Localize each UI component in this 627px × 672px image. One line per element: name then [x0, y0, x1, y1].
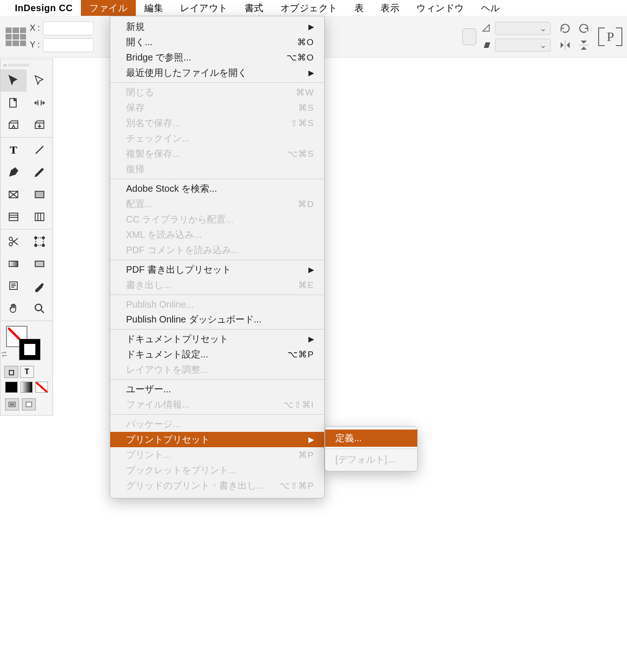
character-panel-icon[interactable]: P — [607, 29, 614, 44]
svg-point-30 — [35, 304, 42, 311]
file-menu-item[interactable]: 開く...⌘O — [110, 34, 324, 50]
gap-tool[interactable] — [27, 92, 53, 114]
content-placer-tool[interactable] — [27, 114, 53, 136]
rotate-angle-icon — [482, 24, 491, 33]
menu-item-label: レイアウトを調整... — [126, 363, 208, 376]
menu-separator — [110, 379, 324, 380]
menu-shortcut: ⌥⌘P — [287, 349, 314, 360]
zoom-tool[interactable] — [27, 297, 53, 320]
submenu-arrow-icon: ▶ — [308, 435, 314, 444]
menu-table[interactable]: 表 — [346, 0, 373, 16]
menu-type[interactable]: 書式 — [236, 0, 272, 16]
menu-separator — [110, 260, 324, 260]
menu-file[interactable]: ファイル — [81, 0, 136, 16]
y-label: Y : — [30, 40, 40, 50]
x-input[interactable] — [43, 21, 94, 35]
formatting-text-button[interactable]: T — [20, 366, 34, 378]
file-menu-item[interactable]: Publish Online ダッシュボード... — [110, 312, 324, 327]
menu-item-label: 閉じる — [126, 86, 154, 99]
file-menu-item[interactable]: ドキュメントプリセット▶ — [110, 331, 324, 347]
preview-view-button[interactable] — [22, 398, 36, 410]
formatting-container-button[interactable]: ◻ — [4, 366, 18, 378]
rotate-select[interactable] — [495, 22, 551, 35]
y-input[interactable] — [43, 38, 94, 52]
rotate-ccw-icon[interactable] — [578, 22, 590, 34]
pen-tool[interactable] — [0, 161, 27, 183]
rectangle-frame-tool[interactable] — [0, 183, 27, 206]
menu-item-label: ファイル情報... — [126, 398, 190, 411]
file-menu-item[interactable]: Bridge で参照...⌥⌘O — [110, 50, 324, 65]
file-menu-item[interactable]: 新規▶ — [110, 19, 324, 34]
scissors-tool[interactable] — [0, 230, 27, 253]
content-collector-tool[interactable] — [0, 114, 27, 136]
svg-line-5 — [36, 146, 43, 154]
apply-color-swatch[interactable] — [5, 382, 18, 393]
file-menu-item: 保存⌘S — [110, 100, 324, 115]
file-menu-item[interactable]: PDF 書き出しプリセット▶ — [110, 262, 324, 277]
type-tool[interactable]: T — [0, 139, 27, 161]
page-tool[interactable] — [0, 92, 27, 114]
shear-icon — [482, 40, 491, 50]
menu-view[interactable]: 表示 — [372, 0, 408, 16]
flip-horizontal-icon[interactable] — [559, 39, 571, 51]
gradient-swatch-tool[interactable] — [0, 253, 27, 275]
flip-vertical-icon[interactable] — [578, 39, 590, 51]
swap-fill-stroke-icon[interactable] — [0, 351, 8, 357]
eyedropper-tool[interactable] — [27, 275, 53, 297]
menu-item-label: PDF コメントを読み込み... — [126, 244, 239, 256]
menu-separator — [110, 295, 324, 295]
tools-panel-header[interactable]: ‹‹ — [0, 61, 53, 69]
gradient-feather-tool[interactable] — [27, 253, 53, 275]
reference-point-widget[interactable] — [6, 27, 26, 46]
menu-item-label: 最近使用したファイルを開く — [126, 67, 247, 79]
file-menu-item[interactable]: Adobe Stock を検索... — [110, 181, 324, 196]
menu-item-label: CC ライブラリから配置... — [126, 213, 233, 226]
rectangle-tool[interactable] — [27, 183, 53, 206]
menu-shortcut: ⌘O — [297, 37, 314, 47]
menu-help[interactable]: ヘル — [473, 0, 508, 16]
horizontal-grid-tool[interactable] — [0, 206, 27, 228]
hand-tool[interactable] — [0, 297, 27, 320]
app-name[interactable]: InDesign CC — [15, 3, 73, 13]
menu-shortcut: ⌘P — [298, 450, 314, 460]
submenu-separator — [325, 449, 417, 449]
line-tool[interactable] — [27, 139, 53, 161]
apply-gradient-swatch[interactable] — [20, 382, 33, 393]
rotate-cw-icon[interactable] — [559, 22, 571, 34]
file-menu-item[interactable]: ドキュメント設定...⌥⌘P — [110, 347, 324, 362]
menu-item-label: 書き出し... — [126, 279, 171, 291]
direct-selection-tool[interactable] — [27, 69, 53, 92]
file-menu-item[interactable]: 最近使用したファイルを開く▶ — [110, 65, 324, 81]
menu-item-label: パッケージ... — [126, 418, 180, 430]
pencil-tool[interactable] — [27, 161, 53, 183]
tools-panel: ‹‹ T — [0, 59, 53, 416]
menubar: InDesign CC ファイル 編集 レイアウト 書式 オブジェクト 表 表示… — [0, 0, 627, 16]
submenu-default[interactable]: [デフォルト]... — [325, 451, 417, 468]
submenu-arrow-icon: ▶ — [308, 68, 314, 77]
menu-edit[interactable]: 編集 — [136, 0, 172, 16]
menu-window[interactable]: ウィンドウ — [408, 0, 473, 16]
menu-item-label: Publish Online... — [126, 299, 194, 310]
svg-rect-23 — [9, 261, 18, 267]
corner-button[interactable] — [462, 28, 476, 45]
menu-item-label: 保存 — [126, 101, 145, 114]
submenu-define[interactable]: 定義... — [325, 430, 417, 447]
shear-select[interactable] — [495, 39, 551, 52]
file-menu-item: パッケージ... — [110, 417, 324, 432]
menu-layout[interactable]: レイアウト — [172, 0, 236, 16]
file-menu-item[interactable]: プリントプリセット▶ — [110, 432, 324, 447]
note-tool[interactable] — [0, 275, 27, 297]
stroke-color-box[interactable] — [19, 339, 40, 360]
menu-shortcut: ⌥⌘S — [287, 148, 314, 159]
menu-object[interactable]: オブジェクト — [272, 0, 346, 16]
menu-item-label: ユーザー... — [126, 383, 171, 396]
apply-none-swatch[interactable] — [35, 382, 48, 393]
normal-view-button[interactable] — [5, 398, 19, 410]
menu-shortcut: ⌘D — [298, 199, 314, 209]
file-menu-item[interactable]: ユーザー... — [110, 382, 324, 397]
print-preset-submenu: 定義... [デフォルト]... — [325, 426, 418, 471]
vertical-grid-tool[interactable] — [27, 206, 53, 228]
selection-tool[interactable] — [0, 69, 27, 92]
svg-rect-10 — [9, 213, 18, 221]
free-transform-tool[interactable] — [27, 230, 53, 253]
